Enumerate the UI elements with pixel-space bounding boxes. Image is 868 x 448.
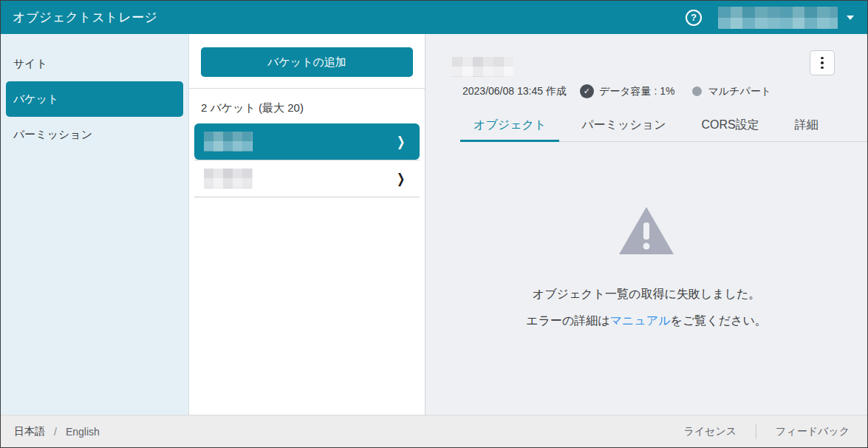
- error-line2: エラーの詳細はマニュアルをご覧ください。: [526, 313, 767, 329]
- chevron-down-icon[interactable]: [847, 16, 854, 20]
- feedback-link[interactable]: フィードバック: [776, 425, 850, 438]
- page-title: オブジェクトストレージ: [13, 9, 157, 26]
- tab-details[interactable]: 詳細: [782, 113, 832, 142]
- tab-permissions[interactable]: パーミッション: [568, 113, 679, 142]
- bucket-list-item[interactable]: ❯: [194, 160, 420, 197]
- detail-header: 2023/06/08 13:45 作成 ✓ データ容量 : 1% マルチパート: [426, 34, 867, 98]
- footer-links: ライセンス フィードバック: [683, 424, 850, 439]
- tab-cors[interactable]: CORS設定: [688, 113, 773, 142]
- bucket-list-panel: バケットの追加 2 バケット (最大 20) ❯ ❯: [189, 34, 426, 415]
- user-name-redacted[interactable]: [718, 7, 838, 29]
- error-line1: オブジェクト一覧の取得に失敗しました。: [533, 287, 761, 302]
- created-date: 2023/06/08 13:45 作成: [462, 85, 567, 98]
- bucket-detail-panel: 2023/06/08 13:45 作成 ✓ データ容量 : 1% マルチパート …: [426, 34, 867, 415]
- header-actions: ?: [686, 7, 854, 29]
- lang-en-link[interactable]: English: [66, 426, 100, 438]
- sidebar: サイト バケット パーミッション: [1, 34, 189, 415]
- sidebar-item-label: サイト: [13, 57, 47, 71]
- lang-ja-link[interactable]: 日本語: [14, 425, 45, 438]
- bucket-row-wrap: ❯: [194, 123, 420, 160]
- bucket-name-redacted: [204, 132, 253, 152]
- lang-divider: /: [54, 426, 57, 438]
- language-switcher: 日本語 / English: [14, 425, 100, 438]
- bucket-list-item[interactable]: ❯: [194, 123, 420, 160]
- multipart-bullet-icon: [692, 86, 702, 96]
- tab-objects[interactable]: オブジェクト: [460, 113, 559, 142]
- sidebar-item-bucket[interactable]: バケット: [6, 81, 183, 117]
- bucket-panel-toolbar: バケットの追加: [189, 34, 425, 89]
- add-bucket-button[interactable]: バケットの追加: [201, 47, 413, 77]
- bucket-count: 2 バケット (最大 20): [189, 89, 425, 123]
- app-footer: 日本語 / English ライセンス フィードバック: [1, 415, 867, 447]
- bucket-meta-row: 2023/06/08 13:45 作成 ✓ データ容量 : 1% マルチパート: [462, 84, 835, 98]
- bucket-name-redacted: [204, 169, 253, 189]
- manual-link[interactable]: マニュアル: [610, 314, 671, 327]
- warning-icon: [618, 206, 675, 256]
- error-line2-suffix: をご覧ください。: [671, 314, 767, 327]
- detail-tabs: オブジェクト パーミッション CORS設定 詳細: [460, 113, 867, 142]
- check-icon: ✓: [580, 84, 594, 98]
- capacity-label: データ容量 : 1%: [599, 85, 675, 98]
- chevron-right-icon: ❯: [397, 172, 405, 186]
- kebab-menu-button[interactable]: [810, 50, 835, 75]
- sidebar-item-label: パーミッション: [13, 128, 92, 142]
- chevron-right-icon: ❯: [397, 135, 405, 149]
- main-area: サイト バケット パーミッション バケットの追加 2 バケット (最大 20) …: [1, 34, 867, 415]
- footer-divider: [756, 424, 756, 439]
- help-icon[interactable]: ?: [686, 10, 702, 26]
- app-window: オブジェクトストレージ ? サイト バケット パーミッション バケットの追加: [0, 0, 868, 448]
- sidebar-item-permission[interactable]: パーミッション: [6, 117, 183, 152]
- error-line2-prefix: エラーの詳細は: [526, 314, 610, 327]
- sidebar-item-label: バケット: [13, 92, 58, 106]
- sidebar-item-site[interactable]: サイト: [6, 46, 183, 81]
- app-header: オブジェクトストレージ ?: [1, 1, 867, 34]
- bucket-title-redacted: [452, 57, 513, 77]
- error-content: オブジェクト一覧の取得に失敗しました。 エラーの詳細はマニュアルをご覧ください。: [426, 142, 867, 415]
- multipart-label: マルチパート: [708, 85, 771, 98]
- bucket-row-wrap: ❯: [194, 160, 420, 197]
- license-link[interactable]: ライセンス: [683, 425, 737, 438]
